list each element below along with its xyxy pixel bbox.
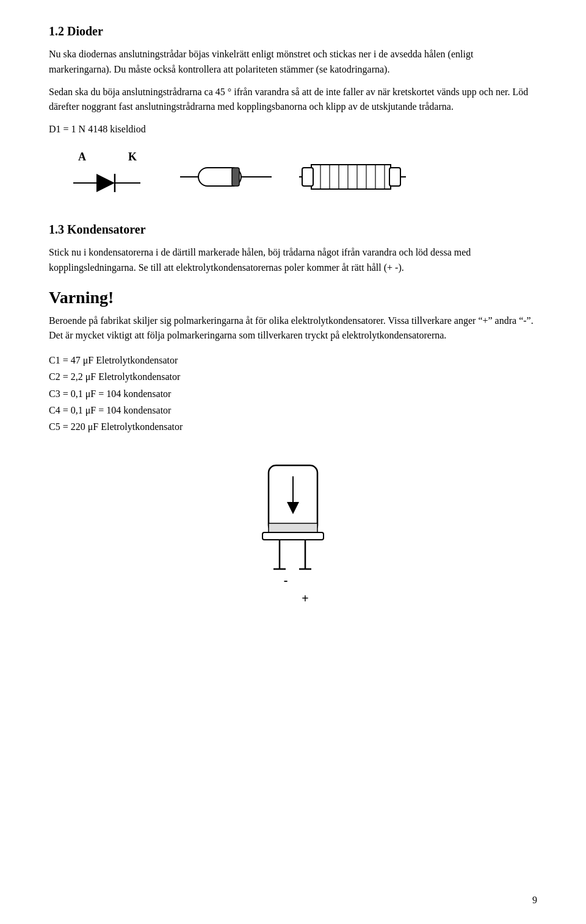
component-c4: C4 = 0,1 μF = 104 kondensator <box>49 402 537 418</box>
section-13-title: 1.3 Kondensatorer <box>49 223 537 237</box>
section-12-title: 1.2 Dioder <box>49 24 537 38</box>
svg-text:+: + <box>302 592 308 605</box>
diode-diagrams: A K <box>67 149 537 204</box>
svg-text:-: - <box>284 573 288 587</box>
paragraph-4: Beroende på fabrikat skiljer sig polmark… <box>49 313 537 344</box>
component-c5: C5 = 220 μF Eletrolytkondensator <box>49 418 537 435</box>
capacitor-diagram: - + <box>49 453 537 612</box>
warning-title: Varning! <box>49 288 537 307</box>
paragraph-1: Nu ska diodernas anslutningstrådar böjas… <box>49 47 537 77</box>
section-13: 1.3 Kondensatorer Stick nu i kondensator… <box>49 223 537 276</box>
diode-pcb-symbol <box>299 149 421 204</box>
paragraph-3: Stick nu i kondensatorerna i de därtill … <box>49 245 537 276</box>
svg-text:K: K <box>128 151 137 163</box>
svg-rect-8 <box>232 168 239 186</box>
component-c3: C3 = 0,1 μF = 104 kondensator <box>49 385 537 402</box>
svg-rect-10 <box>311 165 391 189</box>
svg-rect-20 <box>389 168 400 186</box>
page-number: 9 <box>532 895 537 906</box>
diode-label: D1 = 1 N 4148 kiseldiod <box>49 122 537 137</box>
component-c1: C1 = 47 μF Eletrolytkondensator <box>49 352 537 368</box>
capacitor-svg: - + <box>244 453 342 612</box>
svg-marker-3 <box>96 174 115 192</box>
component-list: C1 = 47 μF Eletrolytkondensator C2 = 2,2… <box>49 352 537 435</box>
svg-rect-26 <box>269 523 317 532</box>
svg-text:A: A <box>78 151 86 163</box>
paragraph-2: Sedan ska du böja anslutningstrådrarna c… <box>49 85 537 115</box>
svg-rect-27 <box>262 532 324 540</box>
diode-schematic-symbol: A K <box>67 149 153 204</box>
component-c2: C2 = 2,2 μF Eletrolytkondensator <box>49 368 537 385</box>
diode-physical-symbol <box>177 149 275 204</box>
svg-rect-19 <box>302 168 313 186</box>
